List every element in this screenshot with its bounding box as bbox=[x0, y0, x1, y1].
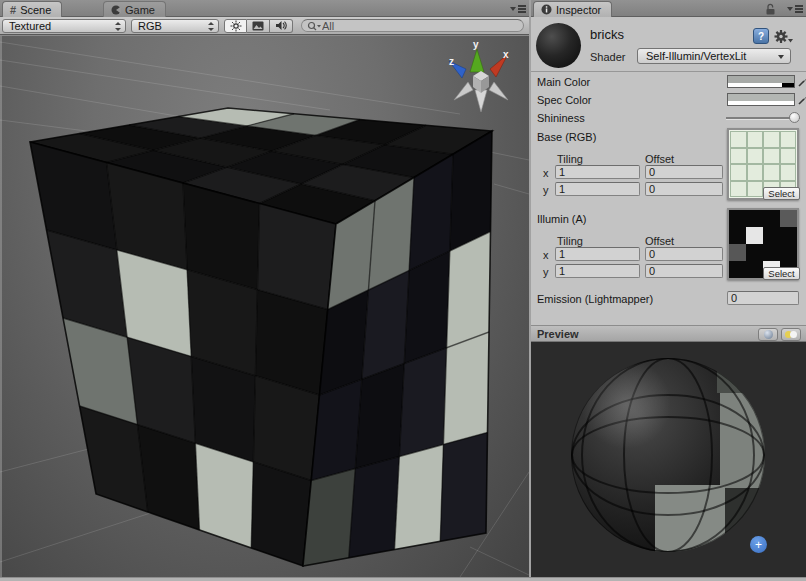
tab-scene[interactable]: # Scene bbox=[2, 1, 62, 17]
scene-fx-toggle-button[interactable] bbox=[247, 19, 270, 33]
illumin-offset-x-input[interactable] bbox=[645, 247, 723, 261]
shader-value: Self-Illumin/VertexLit bbox=[646, 50, 746, 62]
preview-mesh-button[interactable] bbox=[758, 328, 778, 341]
base-offset-x-input[interactable] bbox=[645, 165, 723, 179]
grid-icon: # bbox=[10, 4, 16, 16]
emission-label: Emission (Lightmapper) bbox=[537, 293, 653, 305]
spec-color-label: Spec Color bbox=[537, 94, 591, 106]
tab-game[interactable]: Game bbox=[103, 1, 166, 17]
eyedropper-icon[interactable] bbox=[798, 75, 806, 87]
draw-mode-value: Textured bbox=[9, 20, 51, 32]
x-axis-label: x bbox=[543, 249, 549, 261]
illumin-map-label: Illumin (A) bbox=[537, 213, 587, 225]
shader-label: Shader bbox=[590, 51, 625, 63]
tab-inspector-label: Inspector bbox=[556, 4, 601, 16]
illumin-offset-y-input[interactable] bbox=[645, 264, 723, 278]
scene-audio-toggle-button[interactable] bbox=[270, 19, 293, 33]
base-tiling-y-input[interactable] bbox=[555, 182, 640, 196]
game-icon bbox=[111, 5, 121, 15]
material-name: bricks bbox=[590, 27, 624, 42]
x-axis-label: x bbox=[543, 167, 549, 179]
illumin-tiling-y-input[interactable] bbox=[555, 264, 640, 278]
preview-title: Preview bbox=[537, 328, 579, 340]
illumin-tiling-x-input[interactable] bbox=[555, 247, 640, 261]
tab-inspector[interactable]: Inspector bbox=[533, 1, 612, 17]
base-map-label: Base (RGB) bbox=[537, 131, 596, 143]
scene-tab-bar: # Scene Game bbox=[0, 0, 529, 17]
scene-lighting-toggle-button[interactable] bbox=[224, 19, 247, 33]
y-axis-label: y bbox=[543, 266, 549, 278]
slider-knob[interactable] bbox=[789, 112, 800, 123]
y-axis-label: y bbox=[543, 184, 549, 196]
lock-icon[interactable] bbox=[765, 3, 776, 15]
image-icon bbox=[252, 21, 264, 31]
speaker-icon bbox=[275, 20, 287, 31]
preview-area[interactable]: + bbox=[531, 342, 806, 577]
scene-panel: # Scene Game Textured RGB bbox=[0, 0, 529, 581]
scene-search-field[interactable] bbox=[301, 19, 524, 32]
gear-icon[interactable] bbox=[773, 28, 793, 45]
inspector-panel: Inspector bricks Shader Self-Illumin/Ver… bbox=[531, 0, 806, 581]
alpha-bar bbox=[728, 83, 794, 87]
shader-dropdown[interactable]: Self-Illumin/VertexLit bbox=[637, 48, 791, 64]
gizmo-z-label: z bbox=[449, 56, 454, 67]
sphere-icon bbox=[764, 330, 773, 339]
shininess-slider[interactable] bbox=[726, 111, 800, 124]
material-preview-thumbnail[interactable] bbox=[536, 23, 581, 68]
tab-game-label: Game bbox=[125, 4, 155, 16]
gizmo-y-label: y bbox=[473, 39, 479, 50]
illumin-texture-select-button[interactable]: Select bbox=[763, 267, 800, 280]
shininess-label: Shininess bbox=[537, 112, 585, 124]
scene-panel-menu-icon[interactable] bbox=[510, 4, 526, 14]
chevron-down-icon bbox=[778, 55, 784, 59]
inspector-tab-bar: Inspector bbox=[531, 0, 806, 17]
info-icon bbox=[541, 4, 552, 15]
preview-header[interactable]: Preview bbox=[531, 325, 806, 342]
tiling-header: Tiling bbox=[557, 235, 583, 247]
alpha-bar bbox=[728, 101, 794, 105]
color-mode-value: RGB bbox=[138, 20, 162, 32]
material-header: bricks Shader Self-Illumin/VertexLit ? bbox=[531, 17, 806, 72]
eyedropper-icon[interactable] bbox=[798, 93, 806, 105]
preview-zoom-button[interactable]: + bbox=[750, 536, 767, 553]
offset-header: Offset bbox=[645, 153, 674, 165]
gizmo-negative-axis-cone[interactable] bbox=[454, 82, 473, 100]
inspector-body: bricks Shader Self-Illumin/VertexLit ? bbox=[531, 17, 806, 581]
base-texture-select-button[interactable]: Select bbox=[763, 187, 800, 200]
scene-search-input[interactable] bbox=[322, 20, 503, 32]
scene-toolbar: Textured RGB bbox=[0, 17, 529, 35]
main-color-swatch[interactable] bbox=[727, 75, 795, 88]
search-icon bbox=[307, 21, 321, 32]
emission-input[interactable] bbox=[727, 291, 799, 305]
base-offset-y-input[interactable] bbox=[645, 182, 723, 196]
dropdown-arrows-icon bbox=[114, 22, 121, 32]
base-tiling-x-input[interactable] bbox=[555, 165, 640, 179]
sun-icon bbox=[230, 20, 242, 32]
tab-scene-label: Scene bbox=[20, 4, 51, 16]
spec-color-swatch[interactable] bbox=[727, 93, 795, 106]
gizmo-negative-axis-cone[interactable] bbox=[489, 82, 508, 100]
textured-cube[interactable] bbox=[30, 108, 492, 566]
main-color-label: Main Color bbox=[537, 76, 590, 88]
scene-gizmo[interactable]: y x z bbox=[449, 39, 509, 112]
scene-viewport[interactable]: y x z bbox=[0, 36, 529, 577]
inspector-panel-menu-icon[interactable] bbox=[787, 4, 803, 14]
help-icon[interactable]: ? bbox=[753, 28, 769, 44]
gizmo-negative-axis-cone[interactable] bbox=[475, 90, 487, 112]
gizmo-x-label: x bbox=[503, 49, 509, 60]
color-mode-dropdown[interactable]: RGB bbox=[131, 19, 219, 33]
gizmo-y-axis-cone[interactable] bbox=[470, 49, 484, 72]
offset-header: Offset bbox=[645, 235, 674, 247]
tiling-header: Tiling bbox=[557, 153, 583, 165]
preview-lighting-button[interactable] bbox=[781, 328, 801, 341]
window-bottom-edge bbox=[0, 577, 806, 581]
dropdown-arrows-icon bbox=[207, 22, 214, 32]
draw-mode-dropdown[interactable]: Textured bbox=[2, 19, 126, 33]
unity-editor-window: # Scene Game Textured RGB bbox=[0, 0, 806, 581]
